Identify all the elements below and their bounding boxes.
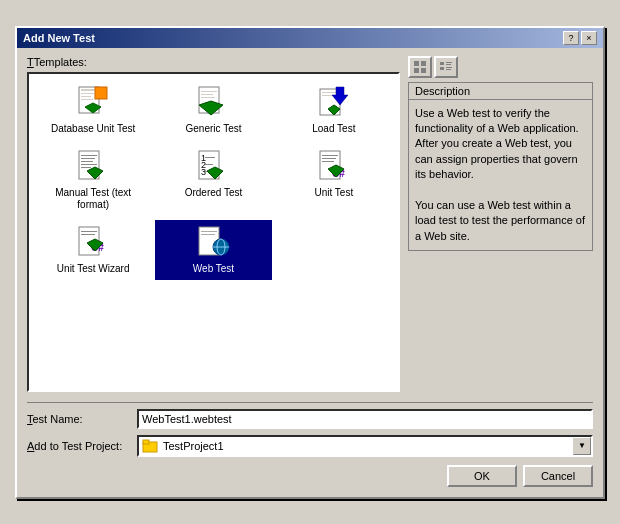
list-view-button[interactable] — [434, 56, 458, 78]
add-to-project-label: Add to Test Project: — [27, 440, 137, 452]
test-name-input[interactable] — [137, 409, 593, 429]
svg-rect-57 — [446, 67, 452, 68]
load-test-label: Load Test — [312, 123, 355, 135]
web-test-icon — [195, 225, 231, 261]
test-name-row: Test Name: — [27, 409, 593, 429]
project-select-wrapper[interactable]: TestProject1 ▼ — [137, 435, 593, 457]
template-web-test[interactable]: Web Test — [155, 220, 271, 280]
description-text: Use a Web test to verify the functionali… — [409, 100, 592, 251]
view-buttons — [408, 56, 593, 78]
ordered-test-icon: 1 2 3 — [195, 149, 231, 185]
svg-rect-29 — [205, 164, 213, 165]
svg-rect-40 — [81, 234, 95, 235]
database-unit-test-icon — [75, 85, 111, 121]
svg-rect-34 — [322, 158, 336, 159]
web-test-label: Web Test — [193, 263, 234, 275]
templates-grid: Database Unit Test — [35, 80, 392, 280]
templates-box: Database Unit Test — [27, 72, 400, 392]
svg-rect-20 — [81, 161, 93, 162]
bottom-form: Test Name: Add to Test Project: TestProj… — [27, 402, 593, 457]
svg-rect-28 — [205, 157, 215, 158]
dialog-title: Add New Test — [23, 32, 95, 44]
manual-test-label: Manual Test (text format) — [38, 187, 148, 211]
unit-test-icon: C# — [316, 149, 352, 185]
database-unit-test-label: Database Unit Test — [51, 123, 135, 135]
svg-rect-33 — [322, 155, 338, 156]
cancel-button[interactable]: Cancel — [523, 465, 593, 487]
template-database-unit-test[interactable]: Database Unit Test — [35, 80, 151, 140]
svg-rect-6 — [95, 87, 107, 99]
svg-rect-56 — [440, 67, 444, 70]
template-load-test[interactable]: Load Test — [276, 80, 392, 140]
svg-rect-51 — [414, 68, 419, 73]
svg-rect-21 — [81, 164, 97, 165]
load-test-icon — [316, 85, 352, 121]
svg-rect-3 — [81, 96, 91, 97]
project-icon — [141, 437, 159, 455]
svg-rect-55 — [446, 64, 451, 65]
svg-rect-45 — [201, 234, 215, 235]
project-select-text: TestProject1 — [161, 440, 573, 452]
ok-button[interactable]: OK — [447, 465, 517, 487]
template-generic-test[interactable]: Generic Test — [155, 80, 271, 140]
ordered-test-label: Ordered Test — [185, 187, 243, 199]
svg-rect-35 — [322, 161, 334, 162]
right-panel: Description Use a Web test to verify the… — [408, 56, 593, 392]
description-box: Description Use a Web test to verify the… — [408, 82, 593, 252]
template-unit-test-wizard[interactable]: C# Unit Test Wizard — [35, 220, 151, 280]
dialog-body: TTemplates: — [17, 48, 603, 497]
project-dropdown-button[interactable]: ▼ — [573, 437, 591, 455]
svg-rect-10 — [201, 97, 215, 98]
svg-rect-22 — [81, 167, 91, 168]
svg-rect-9 — [201, 94, 213, 95]
buttons-row: OK Cancel — [27, 465, 593, 487]
large-icons-button[interactable] — [408, 56, 432, 78]
svg-rect-13 — [322, 92, 338, 93]
generic-test-icon — [195, 85, 231, 121]
svg-rect-58 — [446, 69, 451, 70]
close-button[interactable]: × — [581, 31, 597, 45]
unit-test-wizard-icon: C# — [75, 225, 111, 261]
svg-rect-52 — [421, 68, 426, 73]
svg-rect-49 — [414, 61, 419, 66]
templates-label: TTemplates: — [27, 56, 400, 68]
svg-rect-18 — [81, 155, 97, 156]
left-panel: TTemplates: — [27, 56, 400, 392]
test-name-label: Test Name: — [27, 413, 137, 425]
svg-rect-53 — [440, 62, 444, 65]
svg-rect-44 — [201, 231, 217, 232]
svg-rect-39 — [81, 231, 97, 232]
unit-test-label: Unit Test — [314, 187, 353, 199]
generic-test-label: Generic Test — [186, 123, 242, 135]
template-ordered-test[interactable]: 1 2 3 Ordered Test — [155, 144, 271, 216]
add-to-project-row: Add to Test Project: TestProject1 ▼ — [27, 435, 593, 457]
svg-rect-8 — [201, 91, 217, 92]
description-header: Description — [409, 83, 592, 100]
content-area: TTemplates: — [27, 56, 593, 392]
title-bar: Add New Test ? × — [17, 28, 603, 48]
manual-test-icon — [75, 149, 111, 185]
svg-rect-60 — [143, 440, 149, 444]
title-bar-buttons: ? × — [563, 31, 597, 45]
unit-test-wizard-label: Unit Test Wizard — [57, 263, 130, 275]
template-unit-test[interactable]: C# Unit Test — [276, 144, 392, 216]
svg-rect-50 — [421, 61, 426, 66]
template-manual-test[interactable]: Manual Test (text format) — [35, 144, 151, 216]
svg-rect-4 — [81, 99, 93, 100]
help-button[interactable]: ? — [563, 31, 579, 45]
svg-rect-54 — [446, 62, 452, 63]
svg-rect-19 — [81, 158, 95, 159]
add-new-test-dialog: Add New Test ? × TTemplates: — [15, 26, 605, 499]
